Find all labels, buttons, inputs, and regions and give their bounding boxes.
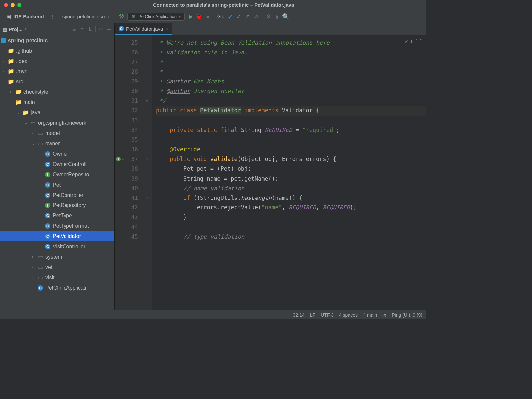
notifications-icon[interactable]: ◔ [382,312,386,318]
tree-root[interactable]: spring-petclinic [0,35,114,46]
tree-item[interactable]: COwner [0,149,114,159]
debug-icon[interactable]: 🐞 [197,14,202,19]
git-pull-icon[interactable]: ↙ [227,14,233,19]
tree-item[interactable]: ›▭visit [0,272,114,283]
chevron-up-icon[interactable]: ˆ [415,37,417,45]
tree-item[interactable]: CPetController [0,190,114,200]
kebab-icon[interactable]: ⋮ [418,27,422,32]
divider [262,13,262,21]
tree-item[interactable]: ⌄▭owner [0,138,114,149]
ping-widget[interactable]: Ping (UI): 9 (9) [392,312,422,318]
tree-item[interactable]: ›📁.mvn [0,66,114,76]
tree-item[interactable]: ⌄📁main [0,97,114,107]
stop-icon[interactable]: ■ [205,14,210,19]
tree-item[interactable]: CPet [0,180,114,190]
check-icon: ✔ [405,37,408,45]
inspection-widget[interactable]: ✔ 1 ˆ ˇ [405,37,422,45]
tree-item[interactable]: ⌄📁src [0,76,114,87]
tool-window-icon[interactable]: ▢ [3,312,8,318]
titlebar: Connected to parallels's spring-petclini… [0,0,426,10]
statusbar: ▢ 32:14 LF UTF-8 4 spaces ᚶ main ◔ Ping … [0,310,426,319]
indent-info[interactable]: 4 spaces [339,312,358,318]
tree-item[interactable]: COwnerControll [0,159,114,169]
class-icon: C [119,26,124,31]
encoding[interactable]: UTF-8 [321,312,334,318]
cursor-position[interactable]: 32:14 [293,312,305,318]
chevron-right-icon: › [108,14,109,19]
backend-label: IDE Backend [13,14,44,19]
tab-label: PetValidator.java [126,26,163,32]
tree-item[interactable]: IPetRepository [0,200,114,210]
module-icon [1,38,6,43]
tree-item[interactable]: ›▭model [0,128,114,138]
project-tree[interactable]: spring-petclinic ›📁.github›📁.idea›📁.mvn⌄… [0,35,114,310]
tree-item[interactable]: ⌄📁java [0,107,114,118]
code-editor[interactable]: 25262728293031323334353637I↑383940414243… [115,35,426,310]
main-toolbar: ▣ IDE Backend ⋮ spring-petclinic › src ›… [0,10,426,23]
tree-item[interactable]: ›▭vet [0,262,114,272]
gear-icon[interactable]: ⚙ [98,27,104,32]
close-window-button[interactable] [4,3,8,7]
tree-item[interactable]: IOwnerReposito [0,169,114,180]
run-config-label: PetClinicApplication [138,14,177,19]
run-icon[interactable]: ▶ [188,14,193,19]
hammer-build-icon[interactable]: ⚒ [119,14,124,19]
tree-item[interactable]: ⌄▭org.springframework [0,118,114,128]
breadcrumb[interactable]: spring-petclinic › src › [62,14,109,19]
inspection-count: 1 [410,37,413,45]
tree-item[interactable]: ›📁.github [0,46,114,56]
divider [214,13,214,21]
search-icon[interactable]: 🔍 [283,14,288,19]
divider [59,13,59,21]
history-icon[interactable]: ↺ [253,14,259,19]
backend-icon: ▣ [6,14,11,19]
sidebar-header: ▤ Proj... ▼ ⊕ ≡ ⇅ ⚙ — [0,23,114,35]
git-label: Git: [217,14,224,19]
line-ending[interactable]: LF [310,312,315,318]
code-content[interactable]: ✔ 1 ˆ ˇ * We're not using Bean Validatio… [152,35,426,310]
tree-item[interactable]: CPetType [0,210,114,221]
expand-icon[interactable]: ≡ [79,27,85,32]
project-tool-icon: ▤ [3,26,7,32]
minimize-window-button[interactable] [11,3,15,7]
maximize-window-button[interactable] [17,3,21,7]
chevron-down-icon[interactable]: ▼ [24,27,27,31]
close-icon[interactable]: × [165,26,168,32]
collapse-icon[interactable]: ⇅ [87,27,93,32]
cwm-icon[interactable]: ◗ [274,14,280,19]
git-push-icon[interactable]: ↗ [245,14,250,19]
sidebar-title-label[interactable]: Proj... [9,26,23,32]
tree-item[interactable]: ›📁checkstyle [0,87,114,97]
tab-petvalidator[interactable]: C PetValidator.java × [115,23,172,35]
chevron-right-icon: › [97,14,98,19]
target-icon[interactable]: ⊕ [71,27,77,32]
editor-area: C PetValidator.java × ⋮ 2526272829303132… [115,23,426,310]
tree-item[interactable]: ›📁.idea [0,56,114,66]
root-label: spring-petclinic [8,38,48,44]
window-title: Connected to parallels's spring-petclini… [25,2,422,8]
ide-backend-button[interactable]: ▣ IDE Backend [3,12,47,21]
git-commit-icon[interactable]: ✓ [236,14,241,19]
tree-item[interactable]: CPetClinicApplicati [0,283,114,293]
chevron-down-icon: ▾ [179,14,181,19]
tree-item[interactable]: CPetValidator [0,231,114,241]
run-config-select[interactable]: ❃ PetClinicApplication ▾ [127,13,185,21]
chevron-down-icon[interactable]: ˇ [420,37,422,45]
tree-item[interactable]: ›▭system [0,252,114,262]
tree-item[interactable]: CVisitController [0,241,114,252]
tree-item[interactable]: CPetTypeFormat [0,221,114,231]
kebab-icon[interactable]: ⋮ [50,14,55,19]
git-branch-widget[interactable]: ᚶ main [363,312,377,318]
editor-tabs: C PetValidator.java × ⋮ [115,23,426,35]
gear-icon[interactable]: ⚙ [266,14,271,19]
line-gutter[interactable]: 25262728293031323334353637I↑383940414243… [115,35,141,310]
crumb-project[interactable]: spring-petclinic [62,14,95,19]
hide-icon[interactable]: — [106,27,112,32]
project-sidebar: ▤ Proj... ▼ ⊕ ≡ ⇅ ⚙ — spring-petclinic ›… [0,23,115,310]
fold-gutter[interactable]: ⊖⊖⊖ [141,35,152,310]
spring-icon: ❃ [131,14,136,19]
divider [95,26,96,32]
crumb-src[interactable]: src [100,14,106,19]
